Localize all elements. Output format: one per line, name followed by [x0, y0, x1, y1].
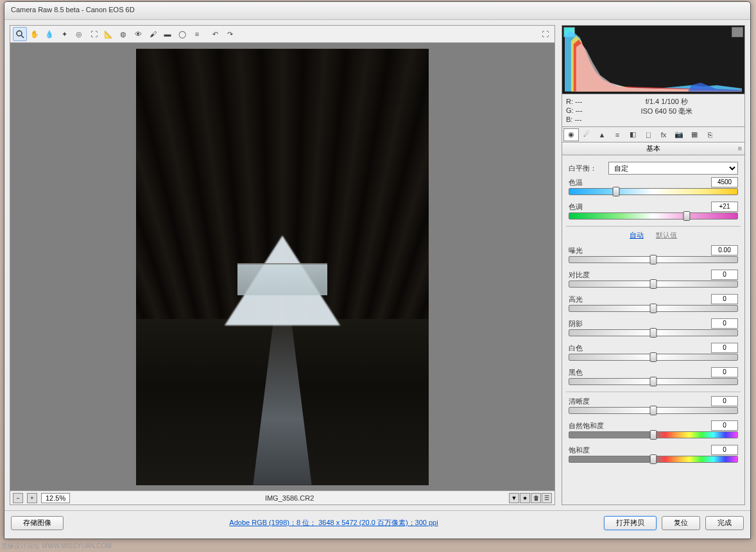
- b-value: B: ---: [566, 115, 583, 124]
- save-image-button[interactable]: 存储图像: [11, 516, 64, 530]
- shadows-label: 阴影: [569, 319, 583, 329]
- panel-title-text: 基本: [646, 144, 660, 153]
- histogram[interactable]: [562, 25, 745, 94]
- done-button[interactable]: 完成: [705, 516, 744, 530]
- basic-panel: 白平衡： 自定 色温4500 色调+21 自动 默认值 曝光0.00 对比: [562, 155, 745, 505]
- radial-filter-tool[interactable]: ◯: [175, 27, 189, 41]
- exposure-label: 曝光: [569, 246, 583, 255]
- saturation-slider[interactable]: [569, 456, 738, 463]
- wb-select[interactable]: 自定: [608, 162, 738, 175]
- bottom-bar: 存储图像 Adobe RGB (1998)；8 位； 3648 x 5472 (…: [4, 510, 750, 535]
- rating-button[interactable]: ★: [520, 493, 530, 503]
- blacks-label: 黑色: [569, 368, 583, 377]
- rotate-cw-tool[interactable]: ↷: [223, 27, 237, 41]
- shadows-slider[interactable]: [569, 329, 738, 336]
- main-area: ✋ 💧 ✦ ◎ ⛶ 📐 ◍ 👁 🖌 ▬ ◯ ≡ ↶ ↷ ⛶: [4, 20, 750, 510]
- prefs-tool[interactable]: ≡: [190, 27, 204, 41]
- crop-tool[interactable]: ⛶: [87, 27, 101, 41]
- image-preview[interactable]: [10, 43, 555, 491]
- workflow-link[interactable]: Adobe RGB (1998)；8 位； 3648 x 5472 (20.0 …: [69, 518, 599, 528]
- fullscreen-tool[interactable]: ⛶: [538, 27, 552, 41]
- preview-statusbar: − + 12.5% IMG_3586.CR2 ▼ ★ 🗑 ☰: [10, 491, 555, 505]
- eyedropper-tool[interactable]: 💧: [42, 27, 56, 41]
- exposure-value[interactable]: 0.00: [711, 245, 738, 255]
- zoom-tool[interactable]: [13, 27, 27, 41]
- clarity-label: 清晰度: [569, 397, 590, 406]
- temp-label: 色温: [569, 178, 583, 187]
- highlights-slider[interactable]: [569, 305, 738, 312]
- metadata-bar: R: --- G: --- B: --- f/1.4 1/100 秒 ISO 6…: [562, 94, 745, 127]
- whites-value[interactable]: 0: [711, 343, 738, 353]
- tint-value[interactable]: +21: [711, 202, 738, 212]
- tab-hsl[interactable]: ≡: [610, 128, 625, 141]
- tab-snapshots[interactable]: ⎘: [702, 128, 717, 141]
- svg-point-0: [17, 31, 22, 36]
- tab-lens[interactable]: ⎕: [640, 128, 656, 141]
- whites-label: 白色: [569, 343, 583, 353]
- panel-tabs: ◉ ☄ ▲ ≡ ◧ ⎕ fx 📷 ▦ ⎘: [562, 127, 745, 142]
- straighten-tool[interactable]: 📐: [101, 27, 116, 41]
- tint-label: 色调: [569, 202, 583, 212]
- color-sampler-tool[interactable]: ✦: [57, 27, 71, 41]
- zoom-out-button[interactable]: −: [13, 493, 23, 503]
- contrast-label: 对比度: [569, 270, 590, 280]
- panel-title-bar: 基本 ≡: [562, 142, 745, 155]
- vibrance-slider[interactable]: [569, 431, 738, 438]
- saturation-value[interactable]: 0: [711, 445, 738, 455]
- clarity-slider[interactable]: [569, 407, 738, 414]
- wb-label: 白平衡：: [569, 164, 605, 173]
- tab-camera[interactable]: 📷: [671, 128, 687, 141]
- vibrance-label: 自然饱和度: [569, 421, 604, 431]
- tab-split[interactable]: ◧: [625, 128, 640, 141]
- redeye-tool[interactable]: 👁: [131, 27, 145, 41]
- tab-basic[interactable]: ◉: [563, 128, 579, 141]
- open-copy-button[interactable]: 打开拷贝: [604, 516, 657, 530]
- spot-removal-tool[interactable]: ◍: [116, 27, 130, 41]
- r-value: R: ---: [566, 97, 583, 106]
- exposure-slider[interactable]: [569, 256, 738, 263]
- tab-presets[interactable]: ▦: [687, 128, 702, 141]
- tint-slider[interactable]: [569, 212, 738, 220]
- vibrance-value[interactable]: 0: [711, 420, 738, 431]
- left-pane: ✋ 💧 ✦ ◎ ⛶ 📐 ◍ 👁 🖌 ▬ ◯ ≡ ↶ ↷ ⛶: [4, 20, 560, 510]
- filename-label: IMG_3586.CR2: [74, 494, 505, 502]
- zoom-level[interactable]: 12.5%: [41, 493, 70, 503]
- default-link[interactable]: 默认值: [656, 231, 677, 239]
- reset-button[interactable]: 复位: [662, 516, 700, 530]
- contrast-value[interactable]: 0: [711, 270, 738, 280]
- app-window: Camera Raw 8.5 beta - Canon EOS 6D ✋ 💧 ✦…: [4, 1, 751, 539]
- shadows-value[interactable]: 0: [711, 318, 738, 329]
- blacks-slider[interactable]: [569, 378, 738, 385]
- right-pane: R: --- G: --- B: --- f/1.4 1/100 秒 ISO 6…: [560, 20, 750, 510]
- zoom-in-button[interactable]: +: [27, 493, 37, 503]
- hand-tool[interactable]: ✋: [28, 27, 42, 41]
- adjust-brush-tool[interactable]: 🖌: [146, 27, 160, 41]
- highlights-value[interactable]: 0: [711, 294, 738, 304]
- temp-slider[interactable]: [569, 188, 738, 195]
- tab-detail[interactable]: ▲: [594, 128, 610, 141]
- svg-line-1: [21, 35, 24, 38]
- tab-curve[interactable]: ☄: [579, 128, 594, 141]
- filmstrip-button[interactable]: ☰: [542, 493, 552, 503]
- highlights-label: 高光: [569, 295, 583, 304]
- trash-button[interactable]: 🗑: [531, 493, 541, 503]
- contrast-slider[interactable]: [569, 280, 738, 288]
- rotate-ccw-tool[interactable]: ↶: [208, 27, 222, 41]
- targeted-adjust-tool[interactable]: ◎: [72, 27, 86, 41]
- watermark-text: 思缘设计论坛 WWW.MISSYUAN.COM: [1, 542, 112, 551]
- saturation-label: 饱和度: [569, 445, 590, 455]
- exif-line2: ISO 640 50 毫米: [593, 107, 741, 116]
- titlebar[interactable]: Camera Raw 8.5 beta - Canon EOS 6D: [4, 2, 750, 20]
- grad-filter-tool[interactable]: ▬: [160, 27, 175, 41]
- tab-fx[interactable]: fx: [656, 128, 671, 141]
- clarity-value[interactable]: 0: [711, 396, 738, 406]
- auto-link[interactable]: 自动: [630, 231, 644, 239]
- toolbar: ✋ 💧 ✦ ◎ ⛶ 📐 ◍ 👁 🖌 ▬ ◯ ≡ ↶ ↷ ⛶: [10, 25, 555, 43]
- exif-line1: f/1.4 1/100 秒: [593, 97, 741, 107]
- whites-slider[interactable]: [569, 354, 738, 361]
- panel-menu-icon[interactable]: ≡: [738, 144, 742, 152]
- filter-button[interactable]: ▼: [509, 493, 519, 503]
- temp-value[interactable]: 4500: [711, 177, 738, 187]
- blacks-value[interactable]: 0: [711, 367, 738, 377]
- g-value: G: ---: [566, 106, 583, 115]
